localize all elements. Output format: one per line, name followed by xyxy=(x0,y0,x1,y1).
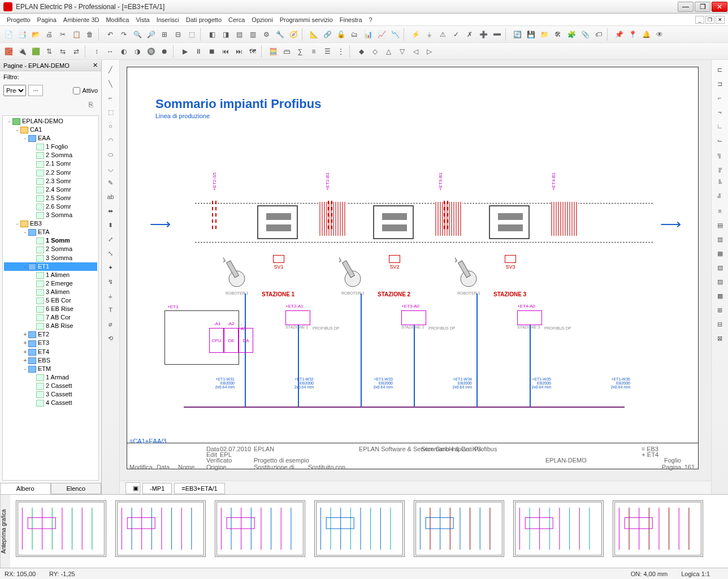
menu-ambiente3d[interactable]: Ambiente 3D xyxy=(60,15,103,25)
preview-thumb[interactable] xyxy=(314,500,405,557)
snap-tool-button[interactable]: ⌐ xyxy=(714,92,726,104)
toolbar-button[interactable]: ☰ xyxy=(321,45,333,58)
toolbar-button[interactable]: ⇅ xyxy=(43,45,55,58)
toolbar-button[interactable]: 🔗 xyxy=(321,28,333,41)
snap-tool-button[interactable]: ⊟ xyxy=(714,318,726,330)
toolbar-button[interactable]: 🔄 xyxy=(511,28,523,41)
filter-active-checkbox[interactable]: Attivo xyxy=(73,87,98,94)
doc-tab-3d-icon[interactable]: ▣ xyxy=(125,482,140,494)
preview-thumb[interactable] xyxy=(215,500,305,557)
toolbar-button[interactable]: 📊 xyxy=(362,28,374,41)
toolbar-button[interactable]: ∑ xyxy=(294,45,306,58)
toolbar-button[interactable]: ◐ xyxy=(118,45,130,58)
toolbar-button[interactable]: 🗂 xyxy=(348,28,361,41)
toolbar-button[interactable]: ⚠ xyxy=(436,28,449,41)
snap-tool-button[interactable]: ⊞ xyxy=(714,304,726,316)
snap-tool-button[interactable]: ╝ xyxy=(714,191,726,203)
toolbar-button[interactable]: 📂 xyxy=(29,28,42,41)
toolbar-button[interactable]: ↔ xyxy=(104,45,116,58)
toolbar-button[interactable]: 📑 xyxy=(16,28,28,41)
draw-tool-button[interactable]: ⟲ xyxy=(105,332,117,344)
toolbar-button[interactable]: 📌 xyxy=(613,28,625,41)
tree-node[interactable]: 2.5 Somr xyxy=(4,194,97,202)
toolbar-button[interactable]: ↶ xyxy=(104,28,116,41)
draw-tool-button[interactable]: ⏚ xyxy=(105,290,117,302)
snap-tool-button[interactable]: ⊠ xyxy=(714,332,726,344)
close-button[interactable]: ✕ xyxy=(712,2,727,12)
draw-tool-button[interactable]: ✎ xyxy=(105,176,117,189)
draw-tool-button[interactable]: ⌐ xyxy=(105,92,117,104)
toolbar-button[interactable]: ◧ xyxy=(206,28,218,41)
tab-albero[interactable]: Albero xyxy=(0,483,51,494)
tree-node[interactable]: 4 Cassett xyxy=(4,399,97,407)
snap-tool-button[interactable]: ╔ xyxy=(714,162,726,175)
mdi-restore-button[interactable]: ❐ xyxy=(705,16,714,24)
toolbar-button[interactable]: 🧱 xyxy=(2,45,15,58)
toolbar-button[interactable]: 📈 xyxy=(375,28,388,41)
toolbar-button[interactable]: ◑ xyxy=(131,45,144,58)
snap-tool-button[interactable]: ¬ xyxy=(714,106,726,118)
toolbar-button[interactable]: ◇ xyxy=(369,45,381,58)
toolbar-button[interactable]: 📉 xyxy=(389,28,401,41)
tree-node[interactable]: 3 Somma xyxy=(4,211,97,219)
draw-tool-button[interactable]: ⤢ xyxy=(105,233,117,245)
tree-node[interactable]: 2.3 Somr xyxy=(4,177,97,185)
toolbar-button[interactable]: △ xyxy=(382,45,395,58)
page-tree[interactable]: -EPLAN-DEMO-CA1-EAA1 Foglio2 Somma2.1 So… xyxy=(2,115,99,481)
tree-node[interactable]: 5 EB Cor xyxy=(4,296,97,305)
tree-node[interactable]: 2 Cassett xyxy=(4,382,97,390)
snap-tool-button[interactable]: ▩ xyxy=(714,290,726,302)
snap-tool-button[interactable]: ▨ xyxy=(714,275,726,288)
toolbar-button[interactable]: ⊞ xyxy=(158,28,171,41)
snap-tool-button[interactable]: ▧ xyxy=(714,261,726,274)
menu-datiprogetto[interactable]: Dati progetto xyxy=(183,15,225,25)
toolbar-button[interactable]: ▷ xyxy=(423,45,435,58)
draw-tool-button[interactable]: ⤡ xyxy=(105,247,117,260)
toolbar-button[interactable]: ≡ xyxy=(307,45,320,58)
tree-node[interactable]: -EB3 xyxy=(4,219,97,228)
tree-node[interactable]: 7 AB Cor xyxy=(4,313,97,322)
toolbar-button[interactable]: 📁 xyxy=(538,28,551,41)
toolbar-button[interactable]: ▥ xyxy=(246,28,259,41)
tree-node[interactable]: +ET4 xyxy=(4,348,97,356)
tree-node[interactable]: 2.2 Somr xyxy=(4,168,97,177)
toolbar-button[interactable]: 🧩 xyxy=(565,28,578,41)
toolbar-button[interactable]: ◁ xyxy=(409,45,422,58)
toolbar-button[interactable]: ⇄ xyxy=(70,45,83,58)
tree-node[interactable]: -CA1 xyxy=(4,126,97,134)
draw-tool-button[interactable]: T xyxy=(105,304,117,316)
toolbar-button[interactable]: ◨ xyxy=(219,28,232,41)
tree-node[interactable]: 3 Somma xyxy=(4,254,97,262)
menu-opzioni[interactable]: Opzioni xyxy=(248,15,276,25)
tree-node[interactable]: 2.4 Somr xyxy=(4,185,97,194)
toolbar-button[interactable]: 🧮 xyxy=(267,45,279,58)
snap-tool-button[interactable]: ⊏ xyxy=(714,63,726,76)
menu-pagina[interactable]: Pagina xyxy=(34,15,60,25)
draw-tool-button[interactable]: ⌀ xyxy=(105,318,117,330)
draw-tool-button[interactable]: ⬚ xyxy=(105,106,117,118)
tree-node[interactable]: -ETM xyxy=(4,365,97,373)
tree-node[interactable]: 2.1 Somr xyxy=(4,159,97,168)
toolbar-button[interactable]: 🧭 xyxy=(287,28,300,41)
navigator-close-button[interactable]: ✕ xyxy=(93,62,98,69)
toolbar-button[interactable]: ↷ xyxy=(118,28,130,41)
toolbar-button[interactable]: 🔍 xyxy=(131,28,144,41)
tree-node[interactable]: 2 Emerge xyxy=(4,279,97,288)
toolbar-button[interactable]: 🔓 xyxy=(335,28,347,41)
snap-tool-button[interactable]: ▤ xyxy=(714,219,726,231)
draw-tool-button[interactable]: ◡ xyxy=(105,162,117,175)
toolbar-button[interactable]: 🔧 xyxy=(274,28,286,41)
tree-node[interactable]: 3 Alimen xyxy=(4,288,97,296)
toolbar-button[interactable]: ⬚ xyxy=(185,28,198,41)
snap-tool-button[interactable]: ⊐ xyxy=(714,77,726,90)
minimize-button[interactable]: — xyxy=(678,2,694,12)
draw-tool-button[interactable]: ╲ xyxy=(105,77,117,90)
menu-help[interactable]: ? xyxy=(366,15,376,25)
toolbar-button[interactable]: 🔘 xyxy=(145,45,157,58)
filter-browse-button[interactable]: ... xyxy=(28,85,43,96)
tree-node[interactable]: 2 Somma xyxy=(4,151,97,159)
toolbar-button[interactable]: 🔌 xyxy=(16,45,28,58)
preview-thumb[interactable] xyxy=(513,500,604,557)
mdi-close-button[interactable]: ✕ xyxy=(716,16,725,24)
snap-tool-button[interactable]: ╚ xyxy=(714,176,726,189)
